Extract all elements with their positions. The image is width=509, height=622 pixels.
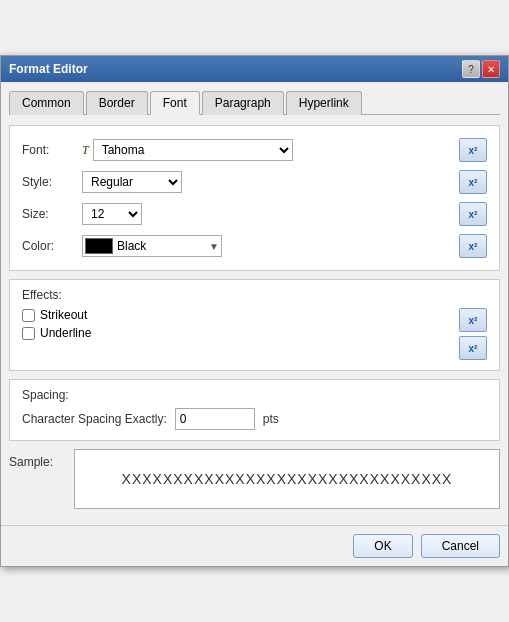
formula-icon: x²: [469, 145, 478, 156]
color-control-area: Black ▼ x²: [82, 234, 487, 258]
tab-paragraph[interactable]: Paragraph: [202, 91, 284, 115]
font-row: Font: T Tahoma x²: [22, 138, 487, 162]
format-editor-window: Format Editor ? ✕ Common Border Font Par…: [0, 55, 509, 567]
underline-checkbox[interactable]: [22, 327, 35, 340]
font-formula-button[interactable]: x²: [459, 138, 487, 162]
underline-formula-icon: x²: [469, 343, 478, 354]
cancel-button[interactable]: Cancel: [421, 534, 500, 558]
font-section: Font: T Tahoma x² Style: Regular: [9, 125, 500, 271]
tab-font[interactable]: Font: [150, 91, 200, 115]
underline-label: Underline: [40, 326, 91, 340]
size-formula-button[interactable]: x²: [459, 202, 487, 226]
tab-common[interactable]: Common: [9, 91, 84, 115]
strikeout-checkbox[interactable]: [22, 309, 35, 322]
sample-section: Sample: XXXXXXXXXXXXXXXXXXXXXXXXXXXXXXXX: [9, 449, 500, 509]
color-formula-icon: x²: [469, 241, 478, 252]
style-row: Style: Regular x²: [22, 170, 487, 194]
title-bar-controls: ? ✕: [462, 60, 500, 78]
pts-label: pts: [263, 412, 279, 426]
spacing-section: Spacing: Character Spacing Exactly: pts: [9, 379, 500, 441]
style-select[interactable]: Regular: [82, 171, 182, 193]
size-label: Size:: [22, 207, 82, 221]
dialog-content: Common Border Font Paragraph Hyperlink F…: [1, 82, 508, 525]
style-control-area: Regular x²: [82, 170, 487, 194]
size-formula-icon: x²: [469, 209, 478, 220]
sample-box: XXXXXXXXXXXXXXXXXXXXXXXXXXXXXXXX: [74, 449, 500, 509]
size-select[interactable]: 12: [82, 203, 142, 225]
char-spacing-label: Character Spacing Exactly:: [22, 412, 167, 426]
effects-title: Effects:: [22, 288, 487, 302]
tab-bar: Common Border Font Paragraph Hyperlink: [9, 90, 500, 115]
window-title: Format Editor: [9, 62, 88, 76]
font-control-area: T Tahoma x²: [82, 138, 487, 162]
dialog-footer: OK Cancel: [1, 525, 508, 566]
spacing-title: Spacing:: [22, 388, 487, 402]
size-control-area: 12 x²: [82, 202, 487, 226]
help-button[interactable]: ?: [462, 60, 480, 78]
sample-label: Sample:: [9, 449, 64, 469]
sample-text: XXXXXXXXXXXXXXXXXXXXXXXXXXXXXXXX: [122, 471, 453, 487]
strikeout-formula-icon: x²: [469, 315, 478, 326]
font-select[interactable]: Tahoma: [93, 139, 293, 161]
effects-checkboxes: Strikeout Underline: [22, 308, 91, 340]
font-label: Font:: [22, 143, 82, 157]
title-bar: Format Editor ? ✕: [1, 56, 508, 82]
color-label: Color:: [22, 239, 82, 253]
color-name: Black: [117, 239, 209, 253]
underline-row: Underline: [22, 326, 91, 340]
strikeout-label: Strikeout: [40, 308, 87, 322]
tab-hyperlink[interactable]: Hyperlink: [286, 91, 362, 115]
color-swatch: [85, 238, 113, 254]
size-row: Size: 12 x²: [22, 202, 487, 226]
char-spacing-input[interactable]: [175, 408, 255, 430]
font-type-icon: T: [82, 143, 89, 158]
effects-section: Effects: Strikeout Underline x²: [9, 279, 500, 371]
color-row: Color: Black ▼ x²: [22, 234, 487, 258]
underline-formula-button[interactable]: x²: [459, 336, 487, 360]
color-dropdown-arrow: ▼: [209, 241, 219, 252]
effects-inner: Strikeout Underline x² x²: [22, 308, 487, 360]
char-spacing-row: Character Spacing Exactly: pts: [22, 408, 487, 430]
strikeout-row: Strikeout: [22, 308, 91, 322]
style-formula-button[interactable]: x²: [459, 170, 487, 194]
effects-formula-buttons: x² x²: [459, 308, 487, 360]
style-formula-icon: x²: [469, 177, 478, 188]
style-label: Style:: [22, 175, 82, 189]
close-button[interactable]: ✕: [482, 60, 500, 78]
color-formula-button[interactable]: x²: [459, 234, 487, 258]
color-dropdown[interactable]: Black ▼: [82, 235, 222, 257]
tab-border[interactable]: Border: [86, 91, 148, 115]
strikeout-formula-button[interactable]: x²: [459, 308, 487, 332]
ok-button[interactable]: OK: [353, 534, 412, 558]
